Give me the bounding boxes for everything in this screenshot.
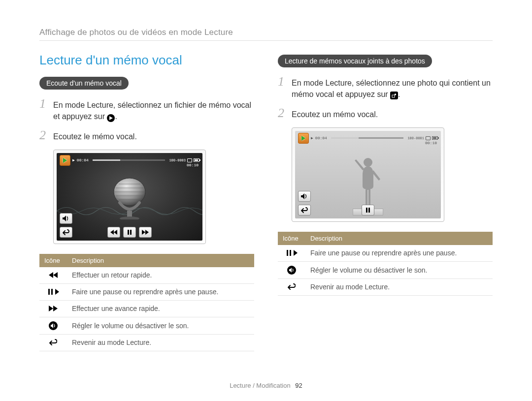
play-icon [107,114,115,122]
svg-marker-14 [55,289,59,295]
left-column: Lecture d'un mémo vocal Ecoute d'un mémo… [39,53,254,351]
table-row: Effectuer un retour rapide. [39,267,254,284]
right-step-1: 1 En mode Lecture, sélectionnez une phot… [278,75,493,100]
back-button[interactable] [60,227,72,238]
progress-bar [93,159,166,161]
page-title: Lecture d'un mémo vocal [39,53,254,68]
svg-rect-9 [130,230,132,235]
table-row: Faire une pause ou reprendre après une p… [39,283,254,300]
svg-marker-17 [51,323,53,328]
svg-marker-12 [49,272,53,278]
svg-point-21 [364,158,372,167]
svg-marker-7 [114,230,117,235]
file-id: 100-0003 [169,158,186,162]
table-row: Revenir au mode Lecture. [278,278,493,295]
thumbnail-play-icon [60,155,70,166]
pause-play-icon [48,289,59,295]
table-desc: Revenir au mode Lecture. [305,278,493,295]
svg-marker-22 [301,193,304,199]
table-desc: Faire une pause ou reprendre après une p… [67,283,254,300]
svg-marker-20 [301,136,305,141]
svg-marker-26 [289,268,292,273]
table-row: Effectuer une avance rapide. [39,300,254,317]
table-header-icon: Icône [278,232,305,245]
play-indicator-icon: ▶ [311,136,313,140]
svg-marker-16 [53,306,58,311]
table-desc: Revenir au mode Lecture. [67,334,254,351]
battery-icon [194,158,200,162]
step-number: 1 [278,75,287,88]
right-step-2: 2 Ecoutez un mémo vocal. [278,107,493,120]
section-pill-right: Lecture de mémos vocaux joints à des pho… [278,55,432,67]
back-button[interactable] [298,205,311,216]
page-footer: Lecture / Modification 92 [0,382,532,389]
breadcrumb: Affichage de photos ou de vidéos en mode… [39,28,493,37]
thumbnail-play-icon [298,133,309,144]
svg-marker-15 [49,306,53,311]
step-number: 2 [39,129,48,142]
table-desc: Faire une pause ou reprendre après une p… [305,245,493,262]
table-row: Revenir au mode Lecture. [39,334,254,351]
table-desc: Régler le volume ou désactiver le son. [67,317,254,334]
left-step-2: 2 Ecoutez le mémo vocal. [39,129,254,142]
battery-icon [432,136,438,140]
rewind-button[interactable] [107,227,120,238]
svg-rect-18 [392,95,395,97]
progress-bar [331,137,404,139]
svg-rect-24 [368,208,370,213]
svg-marker-13 [53,272,58,278]
total-time: 00:10 [187,163,199,167]
table-row: Régler le volume ou désactiver le son. [278,261,493,278]
rewind-icon [49,272,58,278]
volume-button[interactable] [298,191,311,202]
step-number: 1 [39,97,48,110]
svg-marker-5 [63,216,66,221]
photo-memo-screenshot: ▶ 00:04 100-0001 00:10 [292,127,444,222]
table-row: Régler le volume ou désactiver le son. [39,317,254,334]
pause-button[interactable] [362,205,374,216]
svg-point-19 [395,93,397,95]
step-text: Ecoutez un mémo vocal. [292,107,378,120]
icon-table-right: Icône Description Faire une pause ou rep… [278,232,493,296]
svg-point-4 [120,216,139,219]
svg-marker-10 [142,230,145,235]
divider [39,40,493,41]
back-icon [288,283,296,290]
table-header-icon: Icône [39,254,67,267]
elapsed-time: 00:04 [315,136,327,140]
footer-section: Lecture / Modification [230,382,291,389]
memory-card-icon [187,158,192,162]
forward-button[interactable] [139,227,152,238]
microphone-icon [111,177,148,219]
icon-table-left: Icône Description Effectuer un retour ra… [39,254,254,351]
voice-memo-screenshot: ▶ 00:04 100-0003 00:10 [53,150,206,244]
page-number: 92 [295,382,302,389]
table-desc: Effectuer un retour rapide. [67,267,254,284]
step-text: Ecoutez le mémo vocal. [53,129,137,142]
total-time: 00:10 [425,141,437,145]
volume-button[interactable] [60,213,72,224]
svg-marker-25 [294,250,298,256]
volume-icon [287,266,296,275]
play-indicator-icon: ▶ [72,158,75,162]
table-header-desc: Description [305,232,493,245]
section-pill-left: Ecoute d'un mémo vocal [39,77,129,90]
step-number: 2 [278,107,287,120]
right-column: Lecture de mémos vocaux joints à des pho… [278,53,493,351]
table-desc: Effectuer une avance rapide. [67,300,254,317]
pause-play-icon [286,250,298,256]
svg-marker-1 [63,158,67,163]
svg-marker-6 [110,230,114,235]
forward-icon [49,306,58,311]
person-silhouette-icon [351,155,385,210]
file-id: 100-0001 [407,136,424,140]
svg-rect-8 [128,230,129,235]
svg-rect-3 [127,211,132,217]
pause-button[interactable] [123,227,136,238]
back-icon [49,339,57,345]
table-desc: Régler le volume ou désactiver le son. [305,261,493,278]
memory-card-icon [426,136,431,140]
table-row: Faire une pause ou reprendre après une p… [278,245,493,262]
svg-marker-11 [145,230,149,235]
volume-icon [49,321,58,330]
